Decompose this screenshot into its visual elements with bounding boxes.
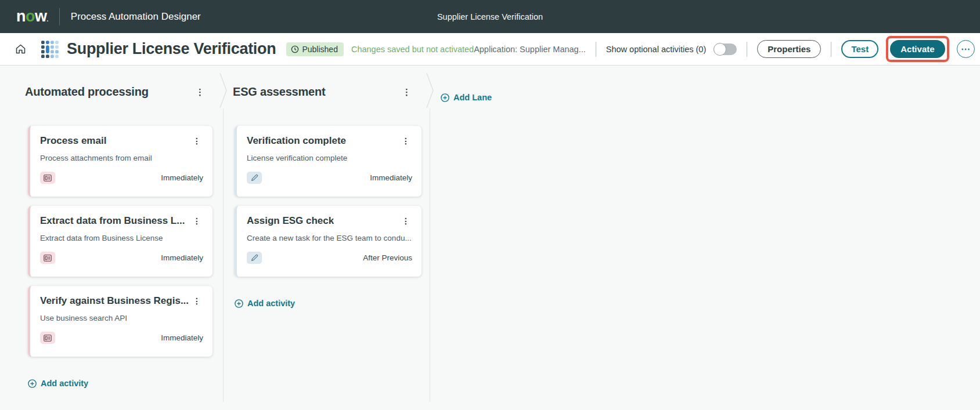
- plus-circle-icon: [441, 93, 449, 102]
- activity-card-extract-data[interactable]: Extract data from Business L... ⋮ Extrac…: [28, 206, 212, 277]
- application-label: Application: Supplier Manag...: [474, 45, 586, 54]
- form-icon: [40, 172, 55, 184]
- topnav-process-title: Supplier License Verification: [437, 12, 543, 21]
- activity-description: License verification complete: [247, 154, 412, 162]
- toggle-knob: [714, 43, 726, 56]
- activity-trigger: Immediately: [370, 173, 412, 182]
- lane-menu-button[interactable]: ⋮: [193, 86, 207, 97]
- process-board: Automated processing ⋮ Process email ⋮ P…: [0, 66, 980, 410]
- lane-chevron: [426, 72, 434, 108]
- form-icon: [40, 252, 55, 264]
- activity-title: Extract data from Business L...: [40, 215, 185, 227]
- add-activity-label: Add activity: [41, 379, 88, 388]
- plus-circle-icon: [28, 379, 37, 388]
- lane-divider-line: [223, 108, 224, 402]
- lane-menu-button[interactable]: ⋮: [400, 86, 413, 97]
- card-menu-button[interactable]: ⋮: [190, 216, 203, 226]
- lane-header: ESG assessment ⋮: [223, 85, 413, 99]
- unsaved-changes-message: Changes saved but not activated: [351, 45, 474, 54]
- lane-cards: Verification complete ⋮ License verifica…: [235, 126, 421, 308]
- activity-trigger: Immediately: [161, 173, 203, 182]
- logo-n: n: [16, 8, 26, 25]
- page-title: Supplier License Verification: [67, 40, 276, 58]
- activity-title: Verification complete: [247, 135, 346, 147]
- activity-title: Verify against Business Regis...: [40, 295, 189, 307]
- properties-button[interactable]: Properties: [757, 40, 821, 58]
- activity-description: Use business search API: [40, 314, 203, 322]
- toolbar-divider: [747, 42, 747, 57]
- activity-description: Create a new task for the ESG team to co…: [247, 234, 412, 242]
- card-menu-button[interactable]: ⋮: [190, 136, 203, 146]
- activity-description: Extract data from Business License: [40, 234, 203, 242]
- card-menu-button[interactable]: ⋮: [190, 296, 203, 306]
- lane-divider-line: [430, 108, 430, 402]
- top-navigation: now. Process Automation Designer Supplie…: [0, 0, 980, 33]
- lane-header: Automated processing ⋮: [0, 85, 207, 99]
- process-grid-icon: [41, 40, 59, 58]
- activity-description: Process attachments from email: [40, 154, 203, 162]
- activity-title: Process email: [40, 135, 106, 147]
- published-status-badge: Published: [286, 42, 344, 56]
- add-activity-button[interactable]: Add activity: [28, 379, 212, 388]
- lane-cards: Process email ⋮ Process attachments from…: [28, 126, 212, 388]
- toolbar-actions: Application: Supplier Manag... Show opti…: [474, 36, 974, 62]
- add-lane-button[interactable]: Add Lane: [441, 93, 492, 102]
- test-button[interactable]: Test: [841, 40, 878, 58]
- activity-card-verify-registry[interactable]: Verify against Business Regis... ⋮ Use b…: [28, 286, 212, 357]
- home-icon: [15, 43, 26, 55]
- activate-button[interactable]: Activate: [890, 40, 945, 58]
- activity-card-process-email[interactable]: Process email ⋮ Process attachments from…: [28, 126, 212, 197]
- logo-divider: [59, 8, 60, 26]
- activity-trigger: Immediately: [161, 253, 203, 262]
- plus-circle-icon: [235, 299, 243, 308]
- add-lane-label: Add Lane: [453, 93, 492, 102]
- activity-trigger: After Previous: [363, 253, 412, 262]
- lane-automated-processing: Automated processing ⋮ Process email ⋮ P…: [0, 66, 223, 410]
- activity-card-assign-esg-check[interactable]: Assign ESG check ⋮ Create a new task for…: [235, 206, 421, 277]
- home-button[interactable]: [15, 43, 26, 55]
- activate-annotation-highlight: Activate: [886, 36, 949, 62]
- clock-icon: [291, 45, 299, 53]
- pencil-icon: [247, 172, 262, 184]
- show-optional-toggle[interactable]: [714, 43, 737, 55]
- add-activity-label: Add activity: [247, 299, 295, 308]
- logo-o: o: [26, 8, 35, 25]
- servicenow-logo: now.: [16, 9, 48, 24]
- logo-w: w: [35, 8, 47, 25]
- app-name: Process Automation Designer: [71, 11, 201, 23]
- toolbar: Supplier License Verification Published …: [0, 33, 980, 66]
- card-menu-button[interactable]: ⋮: [399, 216, 412, 226]
- activity-trigger: Immediately: [161, 333, 203, 342]
- lane-chevron: [219, 72, 228, 108]
- form-icon: [40, 332, 55, 344]
- lane-title: ESG assessment: [233, 85, 326, 99]
- lane-esg-assessment: ESG assessment ⋮ Verification complete ⋮…: [223, 66, 430, 410]
- toolbar-divider: [596, 42, 596, 57]
- activity-card-verification-complete[interactable]: Verification complete ⋮ License verifica…: [235, 126, 421, 197]
- card-menu-button[interactable]: ⋮: [399, 136, 412, 146]
- toolbar-divider: [831, 42, 831, 57]
- activity-title: Assign ESG check: [247, 215, 334, 227]
- published-label: Published: [302, 45, 338, 54]
- show-optional-label: Show optional activities (0): [606, 45, 706, 54]
- add-activity-button[interactable]: Add activity: [235, 299, 421, 308]
- pencil-icon: [247, 252, 262, 264]
- logo-tm: .: [47, 16, 48, 23]
- add-lane-area: Add Lane: [430, 66, 980, 410]
- lane-title: Automated processing: [25, 85, 149, 99]
- more-actions-button[interactable]: ⋯: [957, 40, 975, 58]
